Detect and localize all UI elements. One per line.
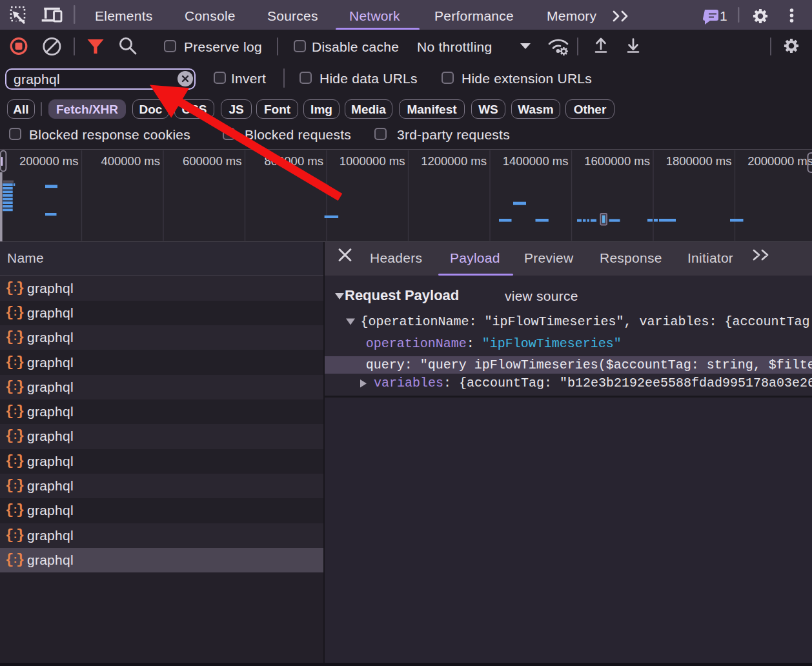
svg-text:2000000 ms: 2000000 ms <box>747 154 812 168</box>
svg-text:1800000 ms: 1800000 ms <box>666 154 732 168</box>
svg-text:400000 ms: 400000 ms <box>101 154 160 168</box>
svg-text:200000 ms: 200000 ms <box>19 154 79 168</box>
svg-text:1000000 ms: 1000000 ms <box>340 154 405 168</box>
svg-text:1200000 ms: 1200000 ms <box>421 154 487 168</box>
svg-text:1400000 ms: 1400000 ms <box>503 154 569 168</box>
svg-text:600000 ms: 600000 ms <box>183 154 242 168</box>
svg-text:1600000 ms: 1600000 ms <box>584 154 650 168</box>
svg-text:800000 ms: 800000 ms <box>264 154 323 168</box>
